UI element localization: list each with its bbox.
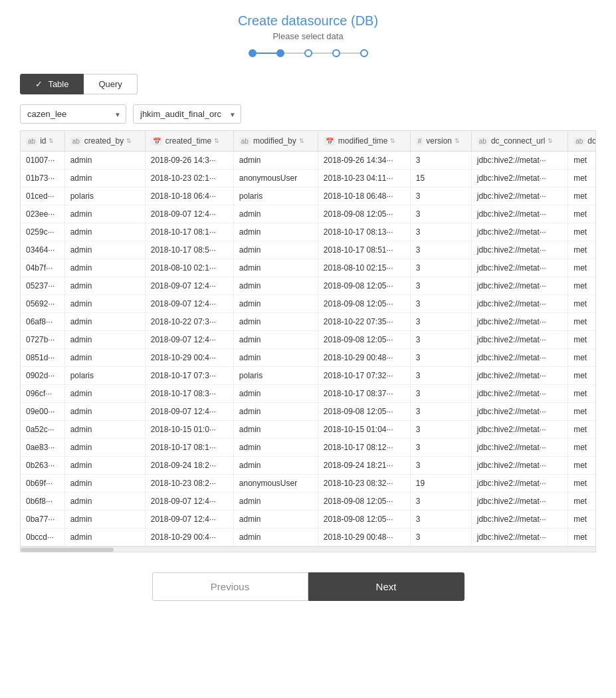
cell-r8-c2: 2018-09-07 12:4··· <box>145 295 233 313</box>
table-row[interactable]: 0a52c···admin2018-10-15 01:0···admin2018… <box>21 421 596 439</box>
cell-r9-c2: 2018-10-22 07:3··· <box>145 313 233 331</box>
cell-r17-c4: 2018-09-24 18:21··· <box>318 457 410 475</box>
cell-r8-c7: met <box>568 295 596 313</box>
col-modified-by[interactable]: ab modified_by ⇅ <box>233 131 318 152</box>
table-row[interactable]: 05692···admin2018-09-07 12:4···admin2018… <box>21 295 596 313</box>
scrollbar-thumb[interactable] <box>21 548 114 552</box>
col-dc[interactable]: ab dc_ ⇅ <box>568 131 596 152</box>
step-line-1 <box>257 53 276 54</box>
schema-selector[interactable]: cazen_lee <box>20 104 126 124</box>
cell-r21-c7: met <box>568 528 596 546</box>
cell-r1-c0: 01b73··· <box>21 170 64 187</box>
table-row[interactable]: 0727b···admin2018-09-07 12:4···admin2018… <box>21 331 596 349</box>
table-row[interactable]: 03464···admin2018-10-17 08:5···admin2018… <box>21 241 596 259</box>
table-row[interactable]: 06af8···admin2018-10-22 07:3···admin2018… <box>21 313 596 331</box>
cell-r17-c2: 2018-09-24 18:2··· <box>145 457 233 475</box>
cell-r13-c4: 2018-10-17 08:37··· <box>318 385 410 403</box>
cell-r0-c1: admin <box>64 152 145 170</box>
cell-r19-c1: admin <box>64 493 145 511</box>
table-row[interactable]: 01ced···polaris2018-10-18 06:4···polaris… <box>21 187 596 205</box>
cell-r5-c5: 3 <box>410 241 471 259</box>
cell-r20-c6: jdbc:hive2://metat··· <box>471 511 567 528</box>
col-version[interactable]: # version ⇅ <box>410 131 471 152</box>
table-row[interactable]: 0b263···admin2018-09-24 18:2···admin2018… <box>21 457 596 475</box>
table-row[interactable]: 0259c···admin2018-10-17 08:1···admin2018… <box>21 223 596 241</box>
cell-r12-c3: polaris <box>233 367 318 385</box>
cell-r8-c4: 2018-09-08 12:05··· <box>318 295 410 313</box>
tab-toolbar: ✓ Table Query <box>0 64 616 101</box>
cell-r16-c5: 3 <box>410 439 471 457</box>
cell-r17-c5: 3 <box>410 457 471 475</box>
cell-r7-c0: 05237··· <box>21 277 64 295</box>
cell-r6-c2: 2018-08-10 02:1··· <box>145 259 233 277</box>
table-row[interactable]: 01007···admin2018-09-26 14:3···admin2018… <box>21 152 596 170</box>
cell-r21-c6: jdbc:hive2://metat··· <box>471 528 567 546</box>
previous-button[interactable]: Previous <box>152 572 308 601</box>
page-title: Create datasource (DB) <box>0 13 616 29</box>
cell-r5-c1: admin <box>64 241 145 259</box>
page-subtitle: Please select data <box>0 31 616 41</box>
cell-r11-c3: admin <box>233 349 318 367</box>
cell-r4-c3: admin <box>233 223 318 241</box>
cell-r7-c4: 2018-09-08 12:05··· <box>318 277 410 295</box>
cell-r1-c6: jdbc:hive2://metat··· <box>471 170 567 187</box>
cell-r10-c2: 2018-09-07 12:4··· <box>145 331 233 349</box>
cell-r1-c5: 15 <box>410 170 471 187</box>
col-modified-time[interactable]: 📅 modified_time ⇅ <box>318 131 410 152</box>
table-row[interactable]: 09e00···admin2018-09-07 12:4···admin2018… <box>21 403 596 421</box>
cell-r6-c0: 04b7f··· <box>21 259 64 277</box>
cell-r0-c6: jdbc:hive2://metat··· <box>471 152 567 170</box>
table-row[interactable]: 01b73···admin2018-10-23 02:1···anonymous… <box>21 170 596 187</box>
cell-r5-c2: 2018-10-17 08:5··· <box>145 241 233 259</box>
tab-table[interactable]: ✓ Table <box>20 74 84 94</box>
table-row[interactable]: 096cf···admin2018-10-17 08:3···admin2018… <box>21 385 596 403</box>
cell-r16-c0: 0ae83··· <box>21 439 64 457</box>
cell-r6-c1: admin <box>64 259 145 277</box>
footer-buttons: Previous Next <box>0 552 616 614</box>
cell-r15-c0: 0a52c··· <box>21 421 64 439</box>
cell-r4-c4: 2018-10-17 08:13··· <box>318 223 410 241</box>
horizontal-scrollbar[interactable] <box>20 547 596 552</box>
cell-r20-c7: met <box>568 511 596 528</box>
tab-query[interactable]: Query <box>84 74 137 94</box>
sort-icon-version: ⇅ <box>455 138 460 144</box>
cell-r1-c4: 2018-10-23 04:11··· <box>318 170 410 187</box>
cell-r8-c5: 3 <box>410 295 471 313</box>
cell-r9-c5: 3 <box>410 313 471 331</box>
col-created-time[interactable]: 📅 created_time ⇅ <box>145 131 233 152</box>
cell-r19-c5: 3 <box>410 493 471 511</box>
table-selector[interactable]: jhkim_audit_final_orc <box>133 104 241 124</box>
table-row[interactable]: 0851d···admin2018-10-29 00:4···admin2018… <box>21 349 596 367</box>
cell-r18-c0: 0b69f··· <box>21 475 64 493</box>
step-3 <box>304 49 312 57</box>
table-row[interactable]: 0ae83···admin2018-10-17 08:1···admin2018… <box>21 439 596 457</box>
table-row[interactable]: 0bccd···admin2018-10-29 00:4···admin2018… <box>21 528 596 546</box>
cell-r20-c5: 3 <box>410 511 471 528</box>
cell-r3-c3: admin <box>233 205 318 223</box>
cell-r13-c2: 2018-10-17 08:3··· <box>145 385 233 403</box>
table-row[interactable]: 023ee···admin2018-09-07 12:4···admin2018… <box>21 205 596 223</box>
table-row[interactable]: 0b6f8···admin2018-09-07 12:4···admin2018… <box>21 493 596 511</box>
col-id[interactable]: ab id ⇅ <box>21 131 64 152</box>
cell-r11-c5: 3 <box>410 349 471 367</box>
table-row[interactable]: 0ba77···admin2018-09-07 12:4···admin2018… <box>21 511 596 528</box>
table-row[interactable]: 0b69f···admin2018-10-23 08:2···anonymous… <box>21 475 596 493</box>
col-dc-connect-url[interactable]: ab dc_connect_url ⇅ <box>471 131 567 152</box>
table-row[interactable]: 05237···admin2018-09-07 12:4···admin2018… <box>21 277 596 295</box>
cell-r20-c4: 2018-09-08 12:05··· <box>318 511 410 528</box>
cell-r11-c7: met <box>568 349 596 367</box>
cell-r17-c6: jdbc:hive2://metat··· <box>471 457 567 475</box>
cell-r11-c0: 0851d··· <box>21 349 64 367</box>
table-row[interactable]: 0902d···polaris2018-10-17 07:3···polaris… <box>21 367 596 385</box>
cell-r10-c4: 2018-09-08 12:05··· <box>318 331 410 349</box>
cell-r0-c3: admin <box>233 152 318 170</box>
next-button[interactable]: Next <box>308 572 464 601</box>
cell-r16-c4: 2018-10-17 08:12··· <box>318 439 410 457</box>
col-created-by[interactable]: ab created_by ⇅ <box>64 131 145 152</box>
table-row[interactable]: 04b7f···admin2018-08-10 02:1···admin2018… <box>21 259 596 277</box>
cell-r6-c5: 3 <box>410 259 471 277</box>
cell-r14-c2: 2018-09-07 12:4··· <box>145 403 233 421</box>
cell-r3-c6: jdbc:hive2://metat··· <box>471 205 567 223</box>
sort-icon-modified-by: ⇅ <box>299 138 304 144</box>
cell-r11-c1: admin <box>64 349 145 367</box>
